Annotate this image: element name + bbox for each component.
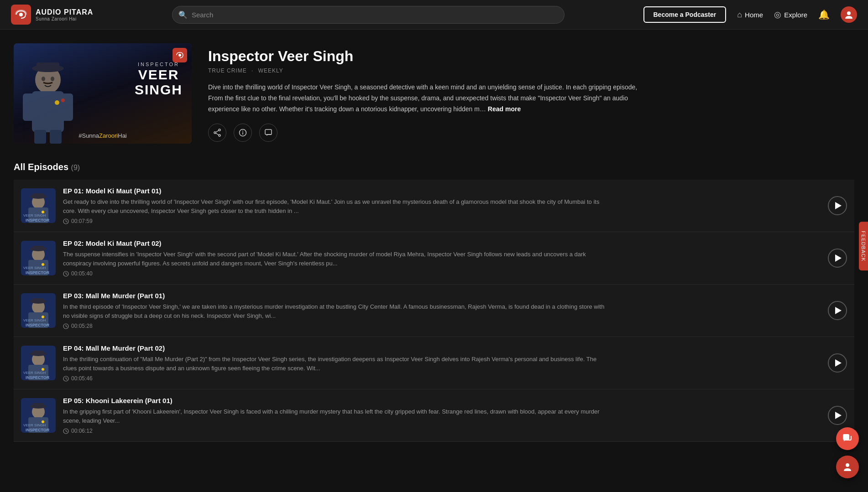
comment-button[interactable] [259, 124, 277, 142]
play-button[interactable] [828, 353, 847, 373]
episode-title: EP 02: Model Ki Maut (Part 02) [63, 239, 821, 247]
search-input[interactable] [172, 6, 565, 24]
episode-list: INSPECTOR VEER SINGH EP 01: Model Ki Mau… [14, 180, 854, 442]
episode-content: EP 03: Mall Me Murder (Part 01) In the t… [63, 292, 821, 329]
svg-rect-3 [32, 91, 64, 132]
podcast-meta: TRUE CRIME · WEEKLY [208, 67, 854, 74]
clock-icon [63, 376, 69, 382]
cover-veer-text: VEER [135, 67, 183, 82]
play-icon [835, 254, 842, 262]
header: AUDIO PITARA Sunna Zaroori Hai 🔍 Become … [0, 0, 868, 30]
clock-icon [63, 271, 69, 277]
svg-text:VEER SINGH: VEER SINGH [23, 266, 46, 270]
clock-icon [63, 323, 69, 329]
episode-item[interactable]: INSPECTOR VEER SINGH EP 04: Mall Me Murd… [14, 337, 854, 389]
svg-rect-5 [60, 93, 73, 121]
episode-thumb: INSPECTOR VEER SINGH [21, 346, 56, 380]
meta-dot: · [251, 67, 253, 74]
info-button[interactable] [234, 124, 252, 142]
logo-text: AUDIO PITARA Sunna Zaroori Hai [36, 8, 93, 21]
episode-item[interactable]: INSPECTOR VEER SINGH EP 03: Mall Me Murd… [14, 285, 854, 337]
episode-thumb: INSPECTOR VEER SINGH [21, 398, 56, 433]
svg-line-18 [216, 130, 219, 132]
svg-rect-46 [33, 298, 44, 303]
hashtag-yellow: Zaroori [99, 132, 118, 139]
cover-inspector-text: INSPECTOR [135, 62, 183, 67]
play-icon [835, 359, 842, 367]
svg-point-70 [846, 463, 849, 467]
episode-content: EP 01: Model Ki Maut (Part 01) Get ready… [63, 187, 821, 224]
home-label: Home [745, 11, 763, 19]
person-fab-button[interactable] [836, 456, 859, 478]
svg-text:INSPECTOR: INSPECTOR [26, 270, 50, 275]
episode-title: EP 01: Model Ki Maut (Part 01) [63, 187, 821, 195]
svg-point-1 [847, 11, 851, 15]
episode-duration: 00:06:12 [63, 428, 821, 434]
become-podcaster-button[interactable]: Become a Podcaster [643, 6, 727, 23]
svg-text:VEER SINGH: VEER SINGH [23, 318, 46, 322]
episode-title: EP 04: Mall Me Murder (Part 02) [63, 344, 821, 352]
svg-point-13 [61, 98, 65, 102]
home-nav-link[interactable]: ⌂ Home [737, 10, 763, 20]
play-icon [835, 307, 842, 314]
podcast-frequency: WEEKLY [258, 67, 283, 74]
search-bar: 🔍 [172, 6, 565, 24]
episodes-count: (9) [71, 164, 80, 171]
play-button[interactable] [828, 406, 847, 425]
notification-icon[interactable]: 🔔 [818, 9, 830, 20]
cover-hashtag: #SunnaZarooriHai [14, 132, 192, 139]
episodes-section: All Episodes (9) INSPECTOR VEER SINGH EP… [14, 162, 854, 442]
logo-icon [11, 5, 31, 25]
episode-content: EP 02: Model Ki Maut (Part 02) The suspe… [63, 239, 821, 277]
share-button[interactable] [208, 124, 226, 142]
explore-nav-link[interactable]: ◎ Explore [774, 10, 807, 20]
episode-item[interactable]: INSPECTOR VEER SINGH EP 01: Model Ki Mau… [14, 180, 854, 232]
chat-fab-button[interactable] [836, 427, 859, 450]
hashtag-suffix: Hai [118, 132, 127, 139]
svg-rect-37 [33, 246, 44, 250]
episode-item[interactable]: INSPECTOR VEER SINGH EP 02: Model Ki Mau… [14, 232, 854, 285]
svg-rect-9 [37, 62, 59, 71]
svg-point-14 [178, 54, 181, 57]
svg-rect-55 [33, 351, 44, 355]
episode-description: Get ready to dive into the thrilling wor… [63, 197, 611, 215]
episode-duration: 00:05:46 [63, 375, 821, 382]
fab-area [836, 427, 859, 478]
podcast-actions [208, 124, 854, 142]
podcast-description: Dive into the thrilling world of Inspect… [208, 82, 642, 114]
play-button[interactable] [828, 196, 847, 215]
episode-duration: 00:05:28 [63, 323, 821, 329]
play-button[interactable] [828, 301, 847, 320]
svg-point-12 [55, 100, 59, 105]
episode-item[interactable]: INSPECTOR VEER SINGH EP 05: Khooni Lakee… [14, 389, 854, 442]
svg-text:VEER SINGH: VEER SINGH [23, 371, 46, 375]
episode-title: EP 03: Mall Me Murder (Part 01) [63, 292, 821, 300]
explore-label: Explore [784, 11, 807, 19]
svg-point-16 [219, 135, 220, 136]
podcast-genre: TRUE CRIME [208, 67, 247, 74]
svg-rect-4 [23, 93, 36, 121]
svg-point-0 [19, 13, 23, 16]
feedback-tab[interactable]: FEEDBACK [859, 222, 868, 270]
cover-badge [173, 48, 187, 62]
read-more-link[interactable]: Read more [488, 105, 521, 113]
header-right: Become a Podcaster ⌂ Home ◎ Explore 🔔 [643, 6, 857, 23]
svg-text:VEER SINGH: VEER SINGH [23, 423, 46, 427]
episode-thumb: INSPECTOR VEER SINGH [21, 293, 56, 328]
svg-text:INSPECTOR: INSPECTOR [26, 375, 50, 380]
episodes-header: All Episodes (9) [14, 162, 854, 172]
main-content: INSPECTOR VEER SINGH #SunnaZarooriHai In… [0, 30, 868, 469]
episode-content: EP 04: Mall Me Murder (Part 02) In the t… [63, 344, 821, 382]
logo-title: AUDIO PITARA [36, 8, 93, 16]
episode-duration: 00:05:40 [63, 270, 821, 277]
play-button[interactable] [828, 249, 847, 268]
podcast-title: Inspector Veer Singh [208, 48, 854, 65]
episode-duration: 00:07:59 [63, 218, 821, 224]
svg-point-11 [51, 77, 54, 81]
clock-icon [63, 428, 69, 434]
episode-thumb: INSPECTOR VEER SINGH [21, 241, 56, 275]
svg-text:INSPECTOR: INSPECTOR [26, 218, 50, 223]
play-icon [835, 202, 842, 209]
avatar[interactable] [841, 6, 857, 23]
episode-description: In the third episode of 'Inspector Veer … [63, 302, 611, 320]
